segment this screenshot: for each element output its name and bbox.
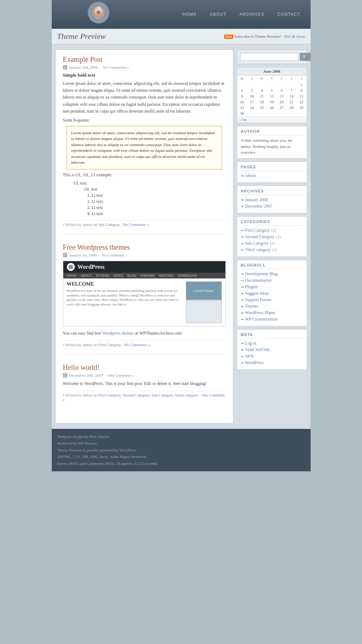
search-button[interactable]: 🔍	[300, 53, 311, 61]
post-footer-cat[interactable]: Sub Category	[98, 222, 120, 227]
cal-cell: 3	[247, 87, 257, 93]
post-footer-cat-2[interactable]: First Category	[98, 343, 121, 347]
archive-jan2008-link[interactable]: January 2008	[245, 197, 268, 203]
cat-sub-link[interactable]: Sub Category	[245, 241, 269, 246]
cal-cell: 11	[257, 93, 267, 99]
cal-cell	[297, 110, 307, 116]
post-footer-comments[interactable]: No Comments »	[123, 222, 149, 227]
cal-cell: 24	[247, 105, 257, 110]
wp-nav-home: HOME	[67, 274, 77, 277]
post-comments-hello[interactable]: One Comment »	[108, 373, 134, 377]
post-hello-world: Hello world! December 26th, 2007 - One C…	[63, 363, 226, 409]
post-body-hello: Welcome to WordPress. This is your first…	[63, 380, 226, 387]
arrow-icon-6: ➡	[241, 241, 244, 245]
cal-cell: 20	[277, 99, 287, 105]
rss-separator: &	[292, 34, 296, 38]
archive-dec2007: ➡ December 2007	[241, 204, 303, 209]
post-dash-2: -	[98, 253, 100, 257]
author-widget: AUTHOR A little something about you, the…	[237, 126, 307, 159]
search-input[interactable]	[240, 53, 298, 61]
cal-cell	[277, 82, 287, 87]
footer-design-name[interactable]: Alex Sancho	[89, 434, 109, 439]
arrow-icon: ➡	[241, 174, 244, 178]
nav-home[interactable]: HOME	[176, 9, 203, 20]
cal-cell	[267, 110, 277, 116]
post-footer-cat-3d[interactable]: Third category	[175, 393, 198, 397]
post-list-intro: This is UL, OL, LI example:	[63, 172, 226, 178]
post-footer-cat-3b[interactable]: Second Category	[123, 393, 150, 397]
nav-about[interactable]: ABOUT	[203, 9, 233, 20]
pages-title: PAGES	[241, 165, 303, 171]
page-about: ➡ About	[241, 173, 303, 178]
wp-welcome-text: WordPress is a state-of-the-art semantic…	[67, 289, 182, 307]
cal-cell: 25	[257, 105, 267, 110]
wp-nav-blog: BLOG	[127, 274, 136, 277]
cat-third-link[interactable]: Third category	[245, 247, 271, 253]
cal-cell	[257, 110, 267, 116]
wp-nav-docs: DOCS	[114, 274, 123, 277]
archives-widget: ARCHIVES ➡ January 2008 ➡ December 2007	[237, 186, 307, 213]
cat-first-link[interactable]: First Category	[245, 228, 270, 233]
post-comments-wordpress[interactable]: No Comments »	[101, 253, 127, 257]
post-wordpress: Free Wordpress themes January 1st, 2008 …	[63, 243, 226, 354]
cat-first-count: (2)	[271, 228, 276, 232]
calendar-icon-2	[63, 253, 67, 257]
blogroll-suggest-link[interactable]: Suggest Ideas	[245, 291, 269, 296]
blogroll-support: ➡ Support Forum	[241, 297, 303, 303]
blogroll-wpcustom-link[interactable]: WP Customization	[245, 317, 278, 322]
blogroll-docs: ➡ Documentation	[241, 278, 303, 283]
wp-screenshot-panel: Current Theme	[186, 281, 222, 323]
calendar-title: June 2008	[237, 67, 307, 76]
blogroll-support-link[interactable]: Support Forum	[245, 297, 271, 303]
hash-icon: #	[63, 222, 66, 227]
meta-xfn: ➡ XFN	[241, 354, 303, 359]
nav-contact[interactable]: CONTACT	[271, 9, 307, 20]
blogroll-themes-link[interactable]: Themes	[245, 304, 259, 309]
cal-week-5: 23 24 25 26 27 28 29	[237, 105, 307, 110]
atom-link[interactable]: Atom	[296, 34, 305, 38]
cal-cell: 17	[247, 99, 257, 105]
meta-xhtml-link[interactable]: Valid XHTML	[245, 347, 271, 353]
wp-welcome-title: WELCOME	[67, 281, 182, 287]
blogroll-dev-link[interactable]: Development Blog	[245, 271, 278, 277]
cal-cell: 27	[277, 105, 287, 110]
page-about-link[interactable]: About	[245, 173, 256, 178]
cal-cell: 4	[257, 87, 267, 93]
meta-login-link[interactable]: Log in	[245, 341, 257, 346]
post-example: Example Post January 2nd, 2008 - No Comm…	[63, 55, 226, 234]
cal-day-m: M	[237, 76, 247, 82]
cal-week-2: 2 3 4 5 6 7 8	[237, 87, 307, 93]
cal-day-t1: T	[247, 76, 257, 82]
meta-wordpress-link[interactable]: WordPress	[245, 360, 264, 366]
blogroll-wpplanet-link[interactable]: WordPress Planet	[245, 310, 276, 316]
footer-design-by: Template design by	[57, 434, 88, 439]
wp-nav-about: ABOUT	[81, 274, 92, 277]
cal-cell: 16	[237, 99, 247, 105]
post-footer-cat-3a[interactable]: First Category	[98, 393, 121, 397]
footer-powered-name[interactable]: WordPress	[119, 448, 136, 452]
blogroll-docs-link[interactable]: Documentation	[245, 278, 272, 283]
wp-themes-link[interactable]: Wordpress themes	[102, 331, 134, 336]
meta-xfn-link[interactable]: XFN	[245, 354, 254, 359]
post-footer-comments-2[interactable]: No Comments »	[124, 343, 150, 347]
rss-link[interactable]: RSS	[284, 34, 291, 38]
categories-widget: CATEGORIES ➡ First Category (2) ➡ Second…	[237, 216, 307, 257]
calendar-widget: June 2008 M T W T F S S	[237, 67, 307, 123]
wp-logo-text: WordPress	[78, 264, 105, 270]
archive-dec2007-link[interactable]: December 2007	[245, 204, 272, 209]
post-title-hello: Hello world!	[63, 363, 226, 372]
nav-archives[interactable]: ARCHIVES	[233, 9, 271, 20]
footer-archived-name[interactable]: WP Themes	[78, 441, 97, 445]
arrow-icon-8: ➡	[241, 272, 244, 276]
post-footer-cat-3c[interactable]: Sub Category	[151, 393, 173, 397]
blogroll-themes: ➡ Themes	[241, 304, 303, 309]
footer-archived: Archived by WP Themes	[57, 440, 305, 447]
post-comments-example[interactable]: No Comments »	[103, 65, 129, 69]
li-item-2: Li text	[92, 199, 226, 204]
arrow-icon-19: ➡	[241, 361, 244, 365]
blogroll-plugins-link[interactable]: Plugins	[245, 284, 258, 290]
calendar-table: M T W T F S S	[237, 76, 307, 116]
main-wrapper: Example Post January 2nd, 2008 - No Comm…	[52, 44, 311, 429]
cat-second-link[interactable]: Second Category	[245, 234, 275, 240]
cal-prev-link[interactable]: « Jan	[239, 118, 247, 122]
